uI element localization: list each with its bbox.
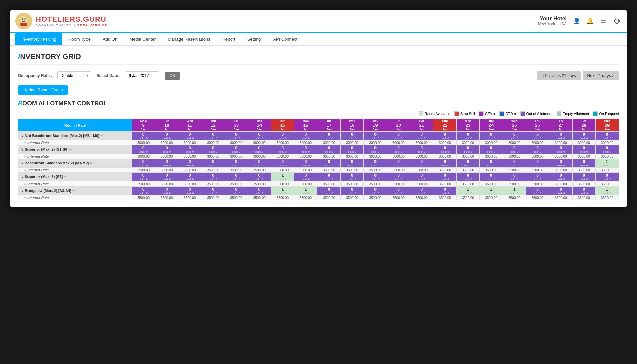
allotment-cell[interactable]: 0sold: 0 <box>480 132 503 140</box>
rate-cell[interactable]: 3500.00 <box>526 195 549 200</box>
allotment-cell[interactable]: 0sold: 0 <box>225 187 248 195</box>
rate-cell[interactable]: 3500.00 <box>225 181 248 187</box>
rate-cell[interactable]: 3500.00 <box>364 181 387 187</box>
allotment-cell[interactable]: 0sold: 0 <box>456 132 479 140</box>
rate-cell[interactable]: 3500.00 <box>410 168 433 173</box>
rate-cell[interactable]: 3000.00 <box>271 140 294 145</box>
rate-cell[interactable]: 3500.00 <box>549 195 572 200</box>
rate-cell[interactable]: 3000.00 <box>549 154 572 159</box>
allotment-cell[interactable]: 0sold: 0 <box>271 132 294 140</box>
ok-button[interactable]: OK <box>165 72 180 80</box>
allotment-cell[interactable]: 0sold: 0 <box>132 173 155 181</box>
allotment-cell[interactable]: 0sold: 0 <box>572 145 595 154</box>
allotment-cell[interactable]: 1sold: 0 <box>271 173 294 181</box>
rate-cell[interactable]: 3000.00 <box>271 154 294 159</box>
allotment-cell[interactable]: 0sold: 0 <box>595 173 619 181</box>
rate-cell[interactable]: 3500.00 <box>132 168 155 173</box>
allotment-cell[interactable]: 0sold: 0 <box>549 173 572 181</box>
rate-cell[interactable]: 3000.00 <box>155 154 178 159</box>
allotment-cell[interactable]: 0sold: 0 <box>410 173 433 181</box>
allotment-cell[interactable]: 0sold: 0 <box>225 132 248 140</box>
rate-cell[interactable]: 3500.00 <box>201 181 225 187</box>
allotment-cell[interactable]: 0sold: 0 <box>132 145 155 154</box>
rate-cell[interactable]: 3000.00 <box>456 154 479 159</box>
allotment-cell[interactable]: 0sold: 0 <box>456 173 479 181</box>
allotment-cell[interactable]: 0sold: 0 <box>341 159 364 168</box>
rate-cell[interactable]: 3000.00 <box>595 140 619 145</box>
nav-setting[interactable]: Setting <box>241 33 267 45</box>
rate-cell[interactable]: 3500.00 <box>572 168 595 173</box>
rate-cell[interactable]: 3500.00 <box>595 181 619 187</box>
allotment-cell[interactable]: 0sold: 0 <box>155 132 178 140</box>
allotment-cell[interactable]: 0sold: 0 <box>155 187 178 195</box>
rate-cell[interactable]: 3000.00 <box>201 140 225 145</box>
prev-days-button[interactable]: < Previous 21 days <box>537 71 580 80</box>
rate-cell[interactable]: 3000.00 <box>549 140 572 145</box>
allotment-cell[interactable]: 0sold: 0 <box>572 132 595 140</box>
rate-cell[interactable]: 3000.00 <box>132 140 155 145</box>
rate-cell[interactable]: 3000.00 <box>526 140 549 145</box>
allotment-cell[interactable]: 0sold: 0 <box>155 173 178 181</box>
rate-cell[interactable]: 3500.00 <box>410 181 433 187</box>
rate-cell[interactable]: 3500.00 <box>317 181 341 187</box>
rate-cell[interactable]: 3500.00 <box>456 195 479 200</box>
rate-cell[interactable]: 3000.00 <box>572 140 595 145</box>
allotment-cell[interactable]: 0sold: 0 <box>248 159 271 168</box>
allotment-cell[interactable]: 0sold: 0 <box>341 132 364 140</box>
allotment-cell[interactable]: 0sold: 0 <box>433 145 456 154</box>
allotment-cell[interactable]: 1sold: 0 <box>480 187 503 195</box>
rate-cell[interactable]: 3500.00 <box>480 168 503 173</box>
rate-cell[interactable]: 3500.00 <box>341 195 364 200</box>
rate-cell[interactable]: 3500.00 <box>456 181 479 187</box>
allotment-cell[interactable]: 0sold: 0 <box>410 159 433 168</box>
rate-cell[interactable]: 3000.00 <box>503 140 526 145</box>
rate-cell[interactable]: 3500.00 <box>178 195 201 200</box>
allotment-cell[interactable]: 0sold: 0 <box>503 173 526 181</box>
next-days-button[interactable]: Next 21 days > <box>583 71 619 80</box>
rate-cell[interactable]: 3500.00 <box>433 168 456 173</box>
allotment-cell[interactable]: 0sold: 0 <box>387 145 410 154</box>
rate-cell[interactable]: 3500.00 <box>387 168 410 173</box>
rate-cell[interactable]: 3500.00 <box>155 195 178 200</box>
rate-cell[interactable]: 3000.00 <box>294 154 317 159</box>
allotment-cell[interactable]: 0sold: 0 <box>364 187 387 195</box>
rate-cell[interactable]: 3000.00 <box>248 140 271 145</box>
rate-cell[interactable]: 3500.00 <box>317 168 341 173</box>
allotment-cell[interactable]: 0sold: 0 <box>433 132 456 140</box>
rate-cell[interactable]: 3500.00 <box>364 168 387 173</box>
rate-cell[interactable]: 3000.00 <box>433 154 456 159</box>
rate-cell[interactable]: 3500.00 <box>271 181 294 187</box>
rate-cell[interactable]: 3500.00 <box>433 195 456 200</box>
rate-cell[interactable]: 3500.00 <box>317 195 341 200</box>
rate-cell[interactable]: 3000.00 <box>364 140 387 145</box>
allotment-cell[interactable]: 0sold: 0 <box>341 187 364 195</box>
nav-report[interactable]: Report <box>216 33 241 45</box>
allotment-cell[interactable]: 0sold: 0 <box>248 173 271 181</box>
bell-icon[interactable]: 🔔 <box>585 16 595 26</box>
nav-media-center[interactable]: Media Center <box>123 33 162 45</box>
menu-icon[interactable]: ☰ <box>599 16 608 26</box>
allotment-cell[interactable]: 0sold: 0 <box>456 145 479 154</box>
allotment-cell[interactable]: 0sold: 0 <box>572 159 595 168</box>
allotment-cell[interactable]: 1sold: 0 <box>294 187 317 195</box>
rate-cell[interactable]: 3500.00 <box>549 181 572 187</box>
allotment-cell[interactable]: 1sold: 0 <box>456 187 479 195</box>
power-icon[interactable]: ⏻ <box>612 16 622 26</box>
allotment-cell[interactable]: 0sold: 0 <box>364 132 387 140</box>
allotment-cell[interactable]: 0sold: 0 <box>364 159 387 168</box>
rate-cell[interactable]: 3500.00 <box>595 168 619 173</box>
allotment-cell[interactable]: 0sold: 0 <box>132 132 155 140</box>
rate-cell[interactable]: 3500.00 <box>387 181 410 187</box>
nav-api-connect[interactable]: API Connect <box>267 33 303 45</box>
rate-cell[interactable]: 3000.00 <box>248 154 271 159</box>
rate-cell[interactable]: 3000.00 <box>155 140 178 145</box>
update-room-button[interactable]: Update Room / Group <box>18 85 68 95</box>
allotment-cell[interactable]: 0sold: 0 <box>178 187 201 195</box>
rate-cell[interactable]: 3000.00 <box>341 154 364 159</box>
rate-cell[interactable]: 3500.00 <box>549 168 572 173</box>
allotment-cell[interactable]: 0sold: 0 <box>248 132 271 140</box>
rate-cell[interactable]: 3000.00 <box>225 140 248 145</box>
rate-cell[interactable]: 3500.00 <box>572 181 595 187</box>
allotment-cell[interactable]: 0sold: 0 <box>294 173 317 181</box>
occupancy-select[interactable]: Double Single Triple <box>57 71 91 80</box>
